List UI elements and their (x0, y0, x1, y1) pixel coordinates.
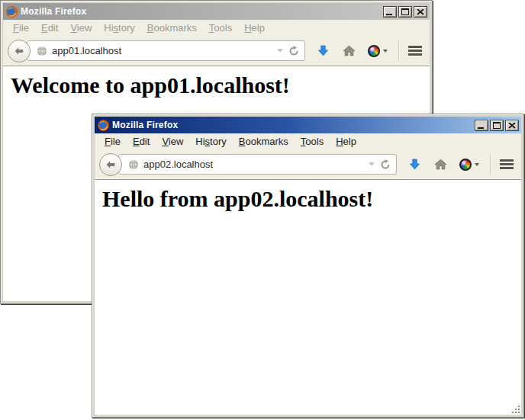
maximize-icon (401, 8, 409, 15)
back-button[interactable] (8, 40, 31, 63)
menu-label: tory (118, 22, 135, 34)
menu-edit[interactable]: Edit (127, 134, 156, 149)
hamburger-menu-icon (500, 159, 514, 162)
minimize-icon (386, 14, 392, 15)
menu-label: ile (19, 22, 29, 34)
menu-label: dit (140, 136, 150, 147)
minimize-button[interactable] (383, 6, 397, 18)
url-input[interactable] (52, 45, 272, 56)
url-bar[interactable] (27, 40, 305, 61)
menu-label: H (336, 136, 343, 147)
menu-label: F (13, 22, 19, 34)
colorwheel-extension-icon (459, 159, 472, 171)
app-menu-button[interactable] (500, 159, 514, 169)
extension-dropdown-icon (475, 163, 479, 166)
download-icon (409, 159, 420, 170)
back-icon (105, 159, 117, 171)
url-input[interactable] (143, 159, 364, 170)
extension-dropdown-icon (383, 50, 388, 53)
hamburger-menu-icon (408, 46, 422, 48)
hamburger-menu-icon (408, 53, 422, 56)
home-button[interactable] (343, 45, 356, 56)
browser-viewport: Hello from app02.localhost! (95, 180, 521, 415)
home-icon (434, 159, 447, 170)
menu-label: V (70, 22, 76, 34)
colorwheel-extension-button[interactable] (368, 45, 388, 57)
menu-label: Hi (195, 136, 205, 147)
grip-dot (515, 409, 517, 410)
menu-label: E (41, 22, 48, 34)
close-button[interactable] (505, 120, 519, 131)
globe-icon (128, 159, 139, 170)
colorwheel-extension-button[interactable] (459, 159, 479, 171)
download-button[interactable] (409, 159, 420, 170)
firefox-logo-icon[interactable] (98, 120, 109, 131)
url-bar[interactable] (118, 154, 397, 175)
resize-grip[interactable] (511, 405, 521, 415)
window-title: Mozilla Firefox (21, 6, 380, 17)
close-icon (417, 9, 424, 15)
menu-label: tory (210, 136, 227, 147)
menu-label: ools (305, 136, 324, 147)
menu-file[interactable]: File (7, 21, 35, 35)
navigation-toolbar (95, 149, 521, 180)
menu-label: elp (252, 22, 265, 34)
back-button[interactable] (99, 153, 122, 176)
menu-label: elp (343, 136, 356, 147)
reload-icon (288, 46, 299, 56)
menu-tools[interactable]: Tools (203, 21, 238, 35)
window-controls (383, 6, 427, 18)
urlbar-dropdown-icon[interactable] (369, 162, 375, 166)
menu-history[interactable]: History (98, 21, 140, 35)
maximize-button[interactable] (490, 120, 504, 131)
menu-bookmarks[interactable]: Bookmarks (233, 134, 295, 149)
menu-label: F (105, 136, 111, 147)
reload-icon (380, 159, 391, 170)
menu-label: ookmarks (245, 136, 288, 147)
menu-label: H (244, 22, 251, 34)
menu-help[interactable]: Help (330, 134, 362, 149)
urlbar-dropdown-icon[interactable] (277, 49, 283, 53)
menu-bar: File Edit View History Bookmarks Tools H… (3, 20, 430, 36)
menu-edit[interactable]: Edit (35, 21, 64, 35)
menu-view[interactable]: View (64, 21, 98, 35)
menu-view[interactable]: View (156, 134, 189, 149)
titlebar[interactable]: Mozilla Firefox (3, 3, 430, 20)
toolbar-separator (490, 155, 491, 175)
titlebar[interactable]: Mozilla Firefox (95, 117, 521, 133)
window-title: Mozilla Firefox (112, 120, 472, 130)
hamburger-menu-icon (500, 163, 514, 165)
firefox-logo-icon[interactable] (6, 6, 18, 18)
grip-dot (515, 412, 517, 413)
toolbar-separator (398, 41, 399, 61)
reload-button[interactable] (379, 159, 391, 170)
grip-dot (512, 412, 514, 413)
maximize-button[interactable] (398, 6, 412, 18)
reload-button[interactable] (288, 46, 300, 56)
hamburger-menu-icon (500, 167, 514, 169)
colorwheel-extension-icon (368, 45, 380, 57)
menu-label: E (133, 136, 140, 147)
back-icon (13, 45, 25, 57)
menu-bookmarks[interactable]: Bookmarks (141, 21, 203, 35)
menu-label: V (162, 136, 168, 147)
minimize-icon (478, 127, 484, 129)
close-button[interactable] (414, 6, 427, 18)
menu-tools[interactable]: Tools (295, 134, 330, 149)
app-menu-button[interactable] (408, 46, 422, 56)
grip-dot (518, 406, 520, 407)
menu-label: ookmarks (153, 22, 196, 34)
minimize-button[interactable] (475, 120, 488, 131)
download-icon (317, 45, 329, 56)
menu-label: dit (48, 22, 59, 34)
page-heading: Welcome to app01.localhost! (11, 72, 430, 98)
menu-history[interactable]: History (189, 134, 232, 149)
menu-help[interactable]: Help (238, 21, 271, 35)
home-button[interactable] (434, 159, 447, 170)
menu-file[interactable]: File (98, 134, 127, 149)
grip-dot (518, 409, 520, 410)
firefox-window-app02: Mozilla Firefox File Edit View History B… (92, 114, 524, 418)
menu-label: ile (111, 136, 121, 147)
menu-label: ools (214, 22, 232, 34)
download-button[interactable] (317, 45, 329, 56)
